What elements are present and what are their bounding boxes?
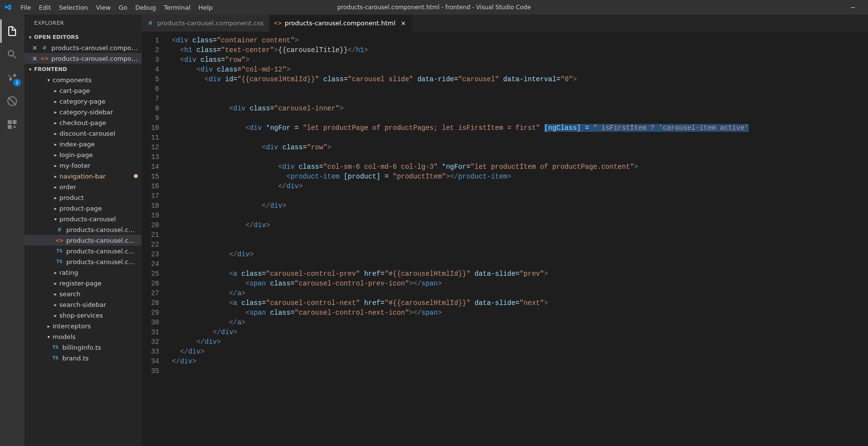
open-editor-label: products-carousel.compon...	[51, 55, 138, 62]
activity-scm[interactable]: 2	[0, 66, 24, 89]
editor-area: #products-carousel.component.css<>produc…	[142, 15, 868, 446]
activity-debug[interactable]	[0, 89, 24, 113]
close-icon[interactable]: ×	[31, 54, 38, 62]
folder-item[interactable]: ▸order	[24, 181, 142, 192]
css-file-icon: #	[147, 19, 154, 27]
activity-search[interactable]	[0, 43, 24, 66]
tree-label: products-carousel.com...	[66, 237, 138, 244]
folder-item[interactable]: ▸category-page	[24, 96, 142, 107]
tab-label: products-carousel.component.html	[285, 19, 396, 27]
folder-item[interactable]: ▸navigation-bar	[24, 171, 142, 181]
file-item[interactable]: TSproducts-carousel.com...	[24, 256, 142, 267]
file-item[interactable]: <>products-carousel.com...	[24, 235, 142, 246]
file-item[interactable]: #products-carousel.com...	[24, 224, 142, 235]
tree-label: rating	[59, 269, 78, 276]
folder-item[interactable]: ▸my-footer	[24, 160, 142, 171]
menu-file[interactable]: File	[17, 0, 35, 15]
explorer-sidebar: EXPLORER ▾ OPEN EDITORS ×#products-carou…	[24, 15, 142, 446]
tree-label: models	[53, 333, 75, 340]
tree-label: products-carousel.com...	[66, 248, 138, 255]
chevron-down-icon: ▾	[26, 67, 34, 72]
project-label: FRONTEND	[34, 66, 67, 72]
chevron-right-icon: ▸	[52, 163, 59, 168]
menu-help[interactable]: Help	[194, 0, 217, 15]
folder-item[interactable]: ▸product-page	[24, 203, 142, 214]
chevron-right-icon: ▸	[52, 313, 59, 318]
editor[interactable]: 1234567891011121314151617181920212223242…	[142, 32, 868, 446]
folder-item[interactable]: ▸product	[24, 192, 142, 203]
tree-label: login-page	[59, 151, 93, 159]
close-icon[interactable]: ×	[399, 19, 407, 27]
folder-item[interactable]: ▸rating	[24, 267, 142, 278]
tree-label: index-page	[59, 141, 95, 148]
ts-file-icon: TS	[52, 354, 59, 362]
search-icon	[6, 49, 18, 60]
folder-item[interactable]: ▸checkout-page	[24, 117, 142, 128]
save-all-icon[interactable]	[119, 33, 127, 41]
tree-label: products-carousel.com...	[66, 226, 138, 233]
open-editor-label: products-carousel.compon...	[51, 44, 138, 52]
html-file-icon: <>	[274, 19, 282, 27]
activity-explorer[interactable]	[0, 19, 24, 43]
window-controls: ─	[842, 0, 864, 15]
chevron-down-icon: ▾	[52, 216, 59, 222]
html-file-icon: <>	[40, 54, 48, 62]
line-numbers: 1234567891011121314151617181920212223242…	[142, 36, 172, 446]
folder-item[interactable]: ▸interceptors	[24, 321, 142, 331]
file-tree: ▾components▸cart-page▸category-page▸cate…	[24, 74, 142, 446]
chevron-right-icon: ▸	[52, 120, 59, 125]
folder-item[interactable]: ▸cart-page	[24, 85, 142, 96]
tree-label: product	[59, 194, 84, 201]
folder-item[interactable]: ▸search-sidebar	[24, 299, 142, 310]
editor-tab[interactable]: #products-carousel.component.css	[142, 15, 269, 32]
vscode-logo-icon	[4, 3, 12, 11]
file-item[interactable]: TSproducts-carousel.com...	[24, 246, 142, 256]
folder-item[interactable]: ▾models	[24, 331, 142, 342]
minimize-button[interactable]: ─	[842, 0, 864, 15]
activity-extensions[interactable]	[0, 113, 24, 136]
css-file-icon: #	[55, 226, 63, 233]
chevron-right-icon: ▸	[52, 174, 59, 179]
folder-item[interactable]: ▸shop-services	[24, 310, 142, 321]
bug-icon	[6, 95, 18, 107]
menu-edit[interactable]: Edit	[35, 0, 55, 15]
folder-item[interactable]: ▸login-page	[24, 149, 142, 160]
tree-label: my-footer	[59, 162, 91, 169]
menu-view[interactable]: View	[92, 0, 115, 15]
file-item[interactable]: TSbillingInfo.ts	[24, 342, 142, 353]
folder-item[interactable]: ▸category-sidebar	[24, 107, 142, 117]
open-editor-item[interactable]: ×<>products-carousel.compon...	[24, 53, 142, 64]
chevron-right-icon: ▸	[52, 206, 59, 211]
tree-label: product-page	[59, 205, 102, 212]
folder-item[interactable]: ▸search	[24, 288, 142, 299]
close-all-icon[interactable]	[129, 33, 137, 41]
tab-label: products-carousel.component.css	[157, 19, 264, 27]
editor-tab[interactable]: <>products-carousel.component.html×	[269, 15, 413, 32]
menu-debug[interactable]: Debug	[131, 0, 160, 15]
folder-item[interactable]: ▸register-page	[24, 278, 142, 288]
menu-go[interactable]: Go	[115, 0, 131, 15]
open-editors-list: ×#products-carousel.compon...×<>products…	[24, 42, 142, 64]
tree-label: cart-page	[59, 87, 90, 94]
scm-badge: 2	[13, 79, 21, 87]
menu-selection[interactable]: Selection	[55, 0, 92, 15]
chevron-right-icon: ▸	[52, 302, 59, 307]
tabs-bar: #products-carousel.component.css<>produc…	[142, 15, 868, 32]
project-header[interactable]: ▾ FRONTEND	[24, 64, 142, 74]
ts-file-icon: TS	[55, 258, 63, 266]
close-icon[interactable]: ×	[31, 44, 38, 52]
open-editors-header[interactable]: ▾ OPEN EDITORS	[24, 32, 142, 42]
new-file-icon[interactable]	[110, 33, 117, 41]
open-editor-item[interactable]: ×#products-carousel.compon...	[24, 42, 142, 53]
menu-bar: FileEditSelectionViewGoDebugTerminalHelp	[17, 0, 217, 15]
folder-item[interactable]: ▾products-carousel	[24, 214, 142, 224]
file-item[interactable]: TSbrand.ts	[24, 353, 142, 363]
ts-file-icon: TS	[55, 247, 63, 255]
chevron-right-icon: ▸	[52, 88, 59, 93]
chevron-right-icon: ▸	[52, 270, 59, 275]
folder-item[interactable]: ▸index-page	[24, 139, 142, 149]
menu-terminal[interactable]: Terminal	[160, 0, 195, 15]
code-content[interactable]: <div class="container content"> <h1 clas…	[172, 36, 868, 446]
folder-item[interactable]: ▸discount-carousel	[24, 128, 142, 139]
folder-item[interactable]: ▾components	[24, 74, 142, 85]
